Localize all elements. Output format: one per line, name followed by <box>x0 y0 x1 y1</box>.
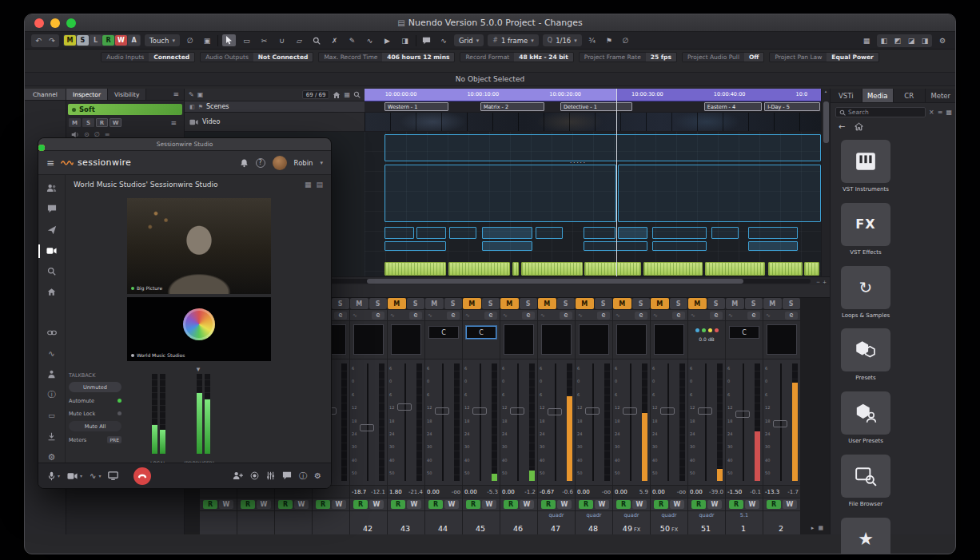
mute-button[interactable]: M <box>463 298 481 309</box>
tile-favorites[interactable]: ★ Favorites <box>840 518 891 555</box>
people-icon[interactable] <box>38 183 66 194</box>
object-selection-tool[interactable] <box>222 34 236 46</box>
write-button[interactable]: W <box>369 500 384 509</box>
erase-tool[interactable]: ▱ <box>293 34 306 46</box>
bottom-zone-toggle[interactable]: ◪ <box>905 35 918 46</box>
user-menu-caret-icon[interactable]: ▾ <box>320 160 323 166</box>
channel-name-row[interactable]: quadr 51 <box>688 511 725 534</box>
zoom-tool[interactable] <box>310 34 324 46</box>
pan-control[interactable]: C <box>726 321 763 359</box>
transport-wave-icon[interactable]: ∿ <box>437 35 450 46</box>
read-button[interactable]: R <box>466 500 480 509</box>
mute-button[interactable]: M <box>613 298 631 309</box>
talkback-unmuted-button[interactable]: Unmuted <box>69 382 122 392</box>
write-button[interactable]: W <box>632 500 647 509</box>
help-icon[interactable]: ? <box>256 158 265 168</box>
automation-mode-select[interactable]: Touch <box>145 34 180 46</box>
filter-list-icon[interactable]: ≡ <box>938 109 943 116</box>
camera-icon[interactable] <box>67 472 78 480</box>
fader-value[interactable]: 0.00 <box>688 489 709 495</box>
fader-value[interactable]: 0.00 <box>500 489 524 495</box>
audio-event[interactable] <box>449 227 476 238</box>
fader-handle[interactable] <box>548 408 562 415</box>
fader-value[interactable]: -13.3 <box>763 489 787 495</box>
channel-tab[interactable]: Channel <box>25 89 66 101</box>
stereo-panner[interactable]: C <box>729 326 759 339</box>
edit-channel-button[interactable]: e <box>560 312 572 320</box>
read-button[interactable]: R <box>203 500 217 509</box>
channel-name-row[interactable]: 45 <box>463 511 500 534</box>
solo-button[interactable]: S <box>670 298 688 309</box>
card-icon[interactable]: ▭ <box>38 410 66 421</box>
clear-search-icon[interactable]: × <box>929 109 934 116</box>
automation-panel-icon[interactable]: ▣ <box>201 35 213 46</box>
mute-all-button[interactable]: Mute All <box>69 421 122 431</box>
tile-presets[interactable]: Presets <box>840 328 891 382</box>
track-mute-button[interactable]: M <box>69 118 81 127</box>
status-item[interactable]: Project Frame Rate 25 fps <box>579 52 677 62</box>
search-icon[interactable] <box>353 91 361 98</box>
draw-tool[interactable]: ✎ <box>345 34 359 46</box>
write-button[interactable]: W <box>482 500 496 509</box>
split-tool[interactable]: ✂ <box>257 34 271 46</box>
grid-toggle-icon[interactable]: ▦ <box>946 109 952 116</box>
zoom-out-icon[interactable]: − <box>816 279 820 284</box>
fader-value[interactable]: 0.00 <box>651 489 677 495</box>
fader-value[interactable]: -1.50 <box>726 489 750 495</box>
surround-panner[interactable] <box>541 324 572 355</box>
surround-panner[interactable] <box>391 324 421 355</box>
send-icon[interactable] <box>38 224 66 236</box>
audio-event[interactable] <box>584 227 615 238</box>
read-button[interactable]: R <box>278 500 293 509</box>
undo-button[interactable]: ↶ <box>32 35 45 46</box>
tab-inspector[interactable]: Inspector <box>66 89 108 100</box>
surround-panner[interactable] <box>353 324 384 355</box>
suspend-all-icon[interactable]: ∅ <box>184 35 197 46</box>
channel-name-row[interactable] <box>313 511 349 534</box>
channel-name-row[interactable]: 46 <box>500 511 537 534</box>
edit-channel-button[interactable]: e <box>409 312 422 320</box>
audio-event[interactable] <box>416 227 446 238</box>
channel-name-row[interactable]: quadr 50FX <box>651 511 687 534</box>
surround-panner[interactable] <box>654 324 684 355</box>
channel-name-row[interactable]: 2 <box>763 511 800 534</box>
audio-event[interactable] <box>618 165 821 222</box>
pan-control[interactable]: C <box>425 321 462 359</box>
automute-toggle[interactable]: Automute <box>69 395 122 406</box>
audio-event[interactable] <box>384 165 616 222</box>
setup-gear-icon[interactable]: ⚙ <box>936 35 949 46</box>
audio-event-green[interactable] <box>705 262 765 276</box>
tab-visibility[interactable]: Visibility <box>108 89 146 100</box>
video-call-icon[interactable] <box>38 245 66 256</box>
user-icon[interactable] <box>38 368 66 379</box>
mute-lock-toggle[interactable]: Mute Lock <box>69 408 122 419</box>
mute-button[interactable]: M <box>500 298 519 309</box>
mic-menu-caret-icon[interactable]: ▾ <box>58 473 60 479</box>
tile-vst-effects[interactable]: FX VST Effects <box>840 203 891 256</box>
write-button[interactable]: W <box>783 500 797 509</box>
fader-handle[interactable] <box>698 407 712 415</box>
write-button[interactable]: W <box>595 500 609 509</box>
audio-event[interactable] <box>482 241 532 252</box>
pan-control[interactable] <box>576 321 612 359</box>
audio-event[interactable] <box>748 241 799 252</box>
write-button[interactable]: W <box>332 500 346 509</box>
multi-panner[interactable] <box>695 328 719 332</box>
search-icon[interactable] <box>38 266 66 277</box>
mixer-sliders-icon[interactable] <box>266 471 275 480</box>
glue-tool[interactable]: ∪ <box>275 34 289 46</box>
mute-button[interactable]: M <box>651 298 669 309</box>
fader-handle[interactable] <box>773 420 787 427</box>
playhead-cursor[interactable] <box>616 89 617 276</box>
audio-event[interactable] <box>384 241 446 252</box>
fader-handle[interactable] <box>623 407 637 415</box>
audio-event[interactable] <box>652 227 707 238</box>
edit-channel-button[interactable]: e <box>522 312 535 320</box>
fader-value[interactable]: 0.00 <box>613 489 639 495</box>
peak-value[interactable]: -5.3 <box>487 489 500 495</box>
marker-event[interactable]: Detective - 1 <box>560 102 632 111</box>
write-button[interactable]: W <box>444 500 459 509</box>
studio-video-tile[interactable]: World Music Studios <box>127 297 271 361</box>
record-icon[interactable] <box>250 471 259 480</box>
peak-value[interactable]: -0.6 <box>562 489 575 495</box>
